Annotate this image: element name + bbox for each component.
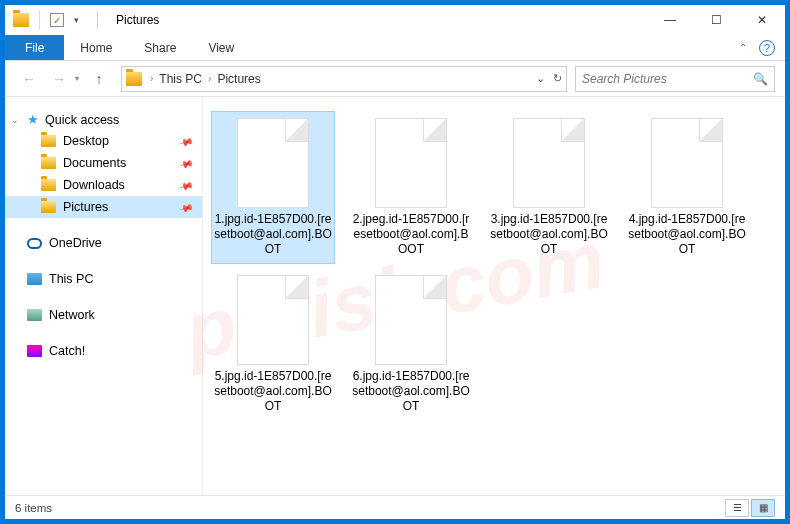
folder-icon — [41, 157, 56, 169]
quick-access-group: ⌄ ★ Quick access Desktop 📌 Documents 📌 D… — [5, 109, 202, 218]
help-button[interactable]: ? — [759, 40, 775, 56]
tab-view[interactable]: View — [192, 35, 250, 60]
window-controls: — ☐ ✕ — [647, 5, 785, 35]
file-thumbnail-icon — [237, 275, 309, 365]
status-bar: 6 items ☰ ▦ — [5, 495, 785, 519]
sidebar-item-label: Pictures — [63, 200, 108, 214]
file-name-label: 1.jpg.id-1E857D00.[resetboot@aol.com].BO… — [214, 212, 332, 257]
tab-file[interactable]: File — [5, 35, 64, 60]
sidebar-item-desktop[interactable]: Desktop 📌 — [5, 130, 202, 152]
pin-icon: 📌 — [178, 155, 194, 171]
pin-icon: 📌 — [178, 177, 194, 193]
file-thumbnail-icon — [651, 118, 723, 208]
navigation-pane: ⌄ ★ Quick access Desktop 📌 Documents 📌 D… — [5, 97, 203, 495]
sidebar-item-label: OneDrive — [49, 236, 102, 250]
file-name-label: 6.jpg.id-1E857D00.[resetboot@aol.com].BO… — [352, 369, 470, 414]
titlebar-left: ✓ ▾ Pictures — [5, 11, 159, 29]
file-thumbnail-icon — [513, 118, 585, 208]
pin-icon: 📌 — [178, 199, 194, 215]
file-tile[interactable]: 4.jpg.id-1E857D00.[resetboot@aol.com].BO… — [625, 111, 749, 264]
sidebar-catch[interactable]: Catch! — [5, 340, 202, 362]
sidebar-item-documents[interactable]: Documents 📌 — [5, 152, 202, 174]
titlebar: ✓ ▾ Pictures — ☐ ✕ — [5, 5, 785, 35]
file-thumbnail-icon — [237, 118, 309, 208]
chevron-right-icon[interactable]: › — [148, 73, 155, 84]
search-input[interactable] — [582, 72, 753, 86]
qat-dropdown-icon[interactable]: ▾ — [70, 15, 83, 25]
minimize-button[interactable]: — — [647, 5, 693, 35]
maximize-button[interactable]: ☐ — [693, 5, 739, 35]
file-name-label: 5.jpg.id-1E857D00.[resetboot@aol.com].BO… — [214, 369, 332, 414]
address-folder-icon — [126, 72, 142, 86]
chevron-right-icon[interactable]: › — [206, 73, 213, 84]
breadcrumb-folder[interactable]: Pictures — [213, 72, 264, 86]
file-name-label: 3.jpg.id-1E857D00.[resetboot@aol.com].BO… — [490, 212, 608, 257]
nav-history-dropdown-icon[interactable]: ▾ — [75, 74, 83, 83]
explorer-window: ✓ ▾ Pictures — ☐ ✕ File Home Share View … — [4, 4, 786, 520]
file-thumbnail-icon — [375, 275, 447, 365]
window-title: Pictures — [112, 13, 159, 27]
sidebar-item-downloads[interactable]: Downloads 📌 — [5, 174, 202, 196]
address-bar[interactable]: › This PC › Pictures ⌄ ↻ — [121, 66, 567, 92]
ribbon: File Home Share View ⌃ ? — [5, 35, 785, 61]
nav-forward-button[interactable]: → — [45, 65, 73, 93]
ribbon-right: ⌃ ? — [739, 35, 785, 60]
file-name-label: 2.jpeg.id-1E857D00.[resetboot@aol.com].B… — [352, 212, 470, 257]
pc-icon — [27, 273, 42, 285]
cloud-icon — [27, 238, 42, 249]
sidebar-item-pictures[interactable]: Pictures 📌 — [5, 196, 202, 218]
folder-app-icon — [13, 13, 29, 27]
folder-icon — [41, 201, 56, 213]
sidebar-onedrive[interactable]: OneDrive — [5, 232, 202, 254]
sidebar-item-label: Downloads — [63, 178, 125, 192]
tab-home[interactable]: Home — [64, 35, 128, 60]
sidebar-item-label: This PC — [49, 272, 93, 286]
pin-icon: 📌 — [178, 133, 194, 149]
file-list: 1.jpg.id-1E857D00.[resetboot@aol.com].BO… — [203, 97, 785, 495]
sidebar-thispc[interactable]: This PC — [5, 268, 202, 290]
search-icon[interactable]: 🔍 — [753, 72, 768, 86]
nav-back-button[interactable]: ← — [15, 65, 43, 93]
file-thumbnail-icon — [375, 118, 447, 208]
file-tile[interactable]: 2.jpeg.id-1E857D00.[resetboot@aol.com].B… — [349, 111, 473, 264]
sidebar-quick-access[interactable]: ⌄ ★ Quick access — [5, 109, 202, 130]
refresh-button[interactable]: ↻ — [553, 72, 562, 85]
breadcrumb-thispc[interactable]: This PC — [155, 72, 206, 86]
sidebar-item-label: Documents — [63, 156, 126, 170]
network-icon — [27, 309, 42, 321]
address-right: ⌄ ↻ — [536, 72, 562, 85]
chevron-down-icon: ⌄ — [11, 115, 21, 125]
sidebar-item-label: Catch! — [49, 344, 85, 358]
file-tile[interactable]: 5.jpg.id-1E857D00.[resetboot@aol.com].BO… — [211, 268, 335, 421]
file-name-label: 4.jpg.id-1E857D00.[resetboot@aol.com].BO… — [628, 212, 746, 257]
file-tile[interactable]: 1.jpg.id-1E857D00.[resetboot@aol.com].BO… — [211, 111, 335, 264]
catch-icon — [27, 345, 42, 357]
qat-separator — [39, 11, 40, 29]
nav-up-button[interactable]: ↑ — [85, 65, 113, 93]
content-area: pcrisk.com ⌄ ★ Quick access Desktop 📌 Do… — [5, 97, 785, 495]
address-dropdown-icon[interactable]: ⌄ — [536, 72, 545, 85]
folder-icon — [41, 179, 56, 191]
sidebar-item-label: Desktop — [63, 134, 109, 148]
ribbon-collapse-icon[interactable]: ⌃ — [739, 42, 747, 53]
qat-separator2 — [97, 11, 98, 29]
quick-access-label: Quick access — [45, 113, 119, 127]
view-icons-button[interactable]: ▦ — [751, 499, 775, 517]
status-item-count: 6 items — [15, 502, 52, 514]
tab-share[interactable]: Share — [128, 35, 192, 60]
navigation-bar: ← → ▾ ↑ › This PC › Pictures ⌄ ↻ 🔍 — [5, 61, 785, 97]
file-tile[interactable]: 6.jpg.id-1E857D00.[resetboot@aol.com].BO… — [349, 268, 473, 421]
search-box[interactable]: 🔍 — [575, 66, 775, 92]
view-mode-buttons: ☰ ▦ — [725, 499, 775, 517]
view-details-button[interactable]: ☰ — [725, 499, 749, 517]
qat-properties-checkbox[interactable]: ✓ — [50, 13, 64, 27]
star-icon: ★ — [27, 112, 39, 127]
file-tile[interactable]: 3.jpg.id-1E857D00.[resetboot@aol.com].BO… — [487, 111, 611, 264]
folder-icon — [41, 135, 56, 147]
sidebar-item-label: Network — [49, 308, 95, 322]
sidebar-network[interactable]: Network — [5, 304, 202, 326]
close-button[interactable]: ✕ — [739, 5, 785, 35]
